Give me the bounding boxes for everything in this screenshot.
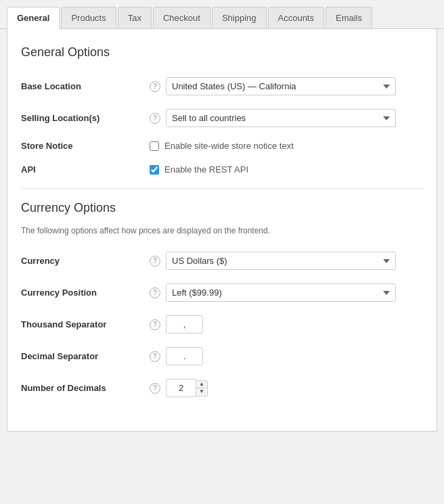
- section-divider: [21, 188, 423, 189]
- store-notice-row: Store Notice Enable site-wide store noti…: [21, 134, 423, 158]
- tab-tax[interactable]: Tax: [118, 7, 152, 28]
- currency-options-subtitle: The following options affect how prices …: [21, 226, 423, 235]
- currency-select[interactable]: US Dollars ($)Euro (€)British Pound (£): [166, 252, 396, 270]
- spinner-down-button[interactable]: ▼: [196, 388, 207, 396]
- decimal-separator-field: ?: [150, 347, 423, 365]
- selling-location-row: Selling Location(s) ? Sell to all countr…: [21, 102, 423, 134]
- decimal-separator-help-icon[interactable]: ?: [150, 351, 160, 362]
- number-of-decimals-row: Number of Decimals ? ▲ ▼: [21, 372, 423, 404]
- tab-accounts[interactable]: Accounts: [268, 7, 324, 28]
- currency-label: Currency: [21, 245, 150, 277]
- tabs-bar: General Products Tax Checkout Shipping A…: [0, 0, 444, 29]
- general-options-title: General Options: [21, 45, 423, 60]
- api-label: API: [21, 158, 150, 181]
- general-options-table: Base Location ? United States (US) — Cal…: [21, 70, 423, 181]
- currency-options-table: Currency ? US Dollars ($)Euro (€)British…: [21, 245, 423, 404]
- base-location-select[interactable]: United States (US) — CaliforniaUnited St…: [166, 77, 396, 95]
- api-field: Enable the REST API: [150, 164, 423, 175]
- number-of-decimals-help-icon[interactable]: ?: [150, 383, 160, 394]
- thousand-separator-row: Thousand Separator ?: [21, 308, 423, 340]
- number-of-decimals-label: Number of Decimals: [21, 372, 150, 404]
- store-notice-checkbox-label: Enable site-wide store notice text: [164, 141, 294, 151]
- selling-location-select[interactable]: Sell to all countriesSpecific countriesA…: [166, 109, 396, 127]
- store-notice-label: Store Notice: [21, 134, 150, 158]
- decimal-separator-label: Decimal Separator: [21, 340, 150, 372]
- thousand-separator-field: ?: [150, 315, 423, 334]
- decimals-spinner: ▲ ▼: [166, 379, 208, 397]
- selling-location-field: ? Sell to all countriesSpecific countrie…: [150, 109, 423, 127]
- base-location-field: ? United States (US) — CaliforniaUnited …: [150, 77, 423, 95]
- spinner-controls: ▲ ▼: [196, 380, 208, 396]
- base-location-row: Base Location ? United States (US) — Cal…: [21, 70, 423, 102]
- tab-products[interactable]: Products: [61, 7, 116, 28]
- decimal-separator-input[interactable]: [166, 347, 203, 365]
- decimals-input[interactable]: [166, 379, 196, 397]
- currency-position-label: Currency Position: [21, 277, 150, 308]
- currency-help-icon[interactable]: ?: [150, 256, 160, 267]
- currency-position-help-icon[interactable]: ?: [150, 288, 160, 298]
- decimal-separator-row: Decimal Separator ?: [21, 340, 423, 372]
- api-row: API Enable the REST API: [21, 158, 423, 181]
- store-notice-field: Enable site-wide store notice text: [150, 141, 423, 151]
- base-location-help-icon[interactable]: ?: [150, 81, 160, 92]
- api-checkbox[interactable]: [150, 165, 159, 175]
- tab-general[interactable]: General: [7, 7, 60, 29]
- page-wrapper: General Products Tax Checkout Shipping A…: [0, 0, 444, 504]
- currency-row: Currency ? US Dollars ($)Euro (€)British…: [21, 245, 423, 277]
- tab-emails[interactable]: Emails: [326, 7, 372, 28]
- api-checkbox-label: Enable the REST API: [164, 164, 248, 175]
- selling-location-label: Selling Location(s): [21, 102, 150, 134]
- store-notice-checkbox[interactable]: [150, 141, 159, 151]
- tab-shipping[interactable]: Shipping: [212, 7, 267, 28]
- currency-position-field: ? Left ($99.99)Right ($99.99)Left with s…: [150, 283, 423, 302]
- currency-position-row: Currency Position ? Left ($99.99)Right (…: [21, 277, 423, 308]
- base-location-label: Base Location: [21, 70, 150, 102]
- thousand-separator-help-icon[interactable]: ?: [150, 319, 160, 330]
- thousand-separator-input[interactable]: [166, 315, 203, 334]
- spinner-up-button[interactable]: ▲: [196, 381, 207, 388]
- tab-checkout[interactable]: Checkout: [153, 7, 210, 28]
- thousand-separator-label: Thousand Separator: [21, 308, 150, 340]
- number-of-decimals-field: ? ▲ ▼: [150, 379, 423, 397]
- currency-position-select[interactable]: Left ($99.99)Right ($99.99)Left with spa…: [166, 283, 396, 302]
- currency-field: ? US Dollars ($)Euro (€)British Pound (£…: [150, 252, 423, 270]
- selling-location-help-icon[interactable]: ?: [150, 113, 160, 124]
- currency-options-title: Currency Options: [21, 201, 423, 215]
- content-area: General Options Base Location ? United S…: [7, 29, 437, 432]
